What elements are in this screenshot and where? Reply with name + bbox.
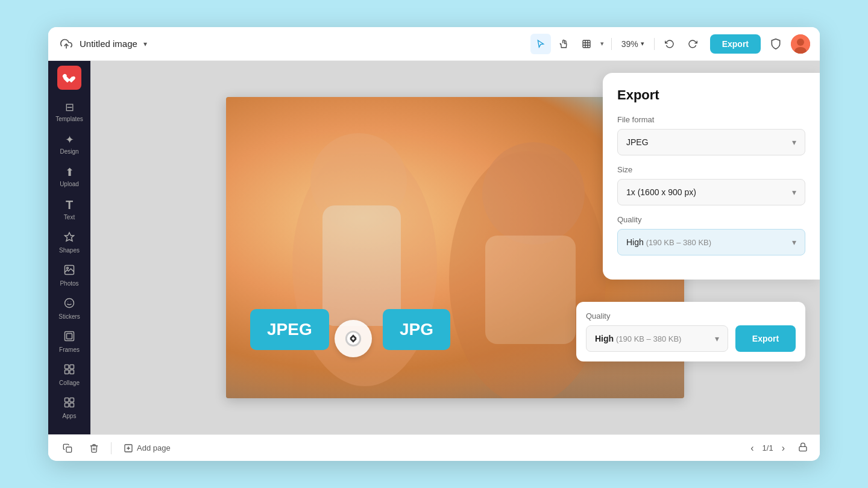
sidebar-label-photos: Photos: [60, 280, 78, 287]
next-page-button[interactable]: ›: [778, 442, 788, 455]
file-format-chevron: ▾: [792, 137, 796, 147]
sidebar-label-frames: Frames: [59, 346, 80, 353]
size-chevron: ▾: [792, 187, 796, 197]
sidebar-label-templates: Templates: [55, 116, 83, 122]
quality-chevron: ▾: [792, 237, 796, 247]
delete-button[interactable]: [84, 441, 104, 455]
sidebar-item-stickers[interactable]: Stickers: [51, 293, 87, 325]
prev-page-button[interactable]: ‹: [747, 442, 757, 455]
canvas-area: JPEG JPG Export File form: [90, 61, 820, 434]
svg-rect-12: [65, 370, 69, 374]
quality-select[interactable]: High (190 KB – 380 KB) ▾: [617, 229, 805, 255]
sidebar-label-upload: Upload: [60, 181, 79, 187]
undo-button[interactable]: [659, 34, 680, 54]
app-container: Untitled image ▾ ▾: [48, 27, 820, 461]
sidebar-item-design[interactable]: ✦ Design: [51, 128, 87, 160]
quality-range: (190 KB – 380 KB): [646, 238, 711, 247]
export-button[interactable]: Export: [710, 34, 761, 54]
stickers-icon: [64, 298, 75, 311]
sidebar-label-apps: Apps: [63, 413, 77, 419]
svg-rect-13: [70, 370, 74, 374]
file-format-label: File format: [617, 115, 805, 124]
sidebar-item-photos[interactable]: Photos: [51, 260, 87, 292]
sidebar-item-upload[interactable]: ⬆ Upload: [51, 161, 87, 192]
svg-rect-22: [322, 205, 401, 326]
zoom-selector[interactable]: 39% ▾: [617, 34, 649, 54]
svg-rect-25: [66, 447, 72, 452]
svg-point-24: [346, 331, 360, 345]
sidebar-label-collage: Collage: [59, 380, 80, 386]
cursor-tool-button[interactable]: [530, 34, 551, 54]
size-value: 1x (1600 x 900 px): [626, 187, 696, 197]
quality-dropdown-select[interactable]: High (190 KB – 380 KB) ▾: [586, 325, 728, 352]
lock-button[interactable]: [796, 440, 810, 457]
svg-point-6: [67, 267, 69, 269]
size-label: Size: [617, 165, 805, 174]
jpg-badge: JPG: [383, 309, 450, 350]
add-page-button[interactable]: Add page: [119, 441, 175, 455]
quality-dropdown-chevron: ▾: [715, 334, 719, 343]
bottom-bar: Add page ‹ 1/1 ›: [48, 434, 820, 461]
svg-rect-11: [70, 365, 74, 369]
photos-icon: [64, 264, 75, 278]
sidebar-item-text[interactable]: T Text: [51, 193, 87, 225]
app-logo[interactable]: [57, 66, 81, 90]
sidebar-item-templates[interactable]: ⊟ Templates: [51, 96, 87, 127]
export-panel-title: Export: [617, 87, 805, 103]
avatar[interactable]: [791, 34, 810, 54]
export-panel: Export File format JPEG ▾ Size 1x (1600 …: [603, 73, 820, 280]
sidebar-label-shapes: Shapes: [59, 247, 80, 254]
apps-icon: [64, 397, 75, 411]
convert-icon[interactable]: [335, 320, 372, 357]
frame-tool-button[interactable]: [576, 34, 597, 54]
sidebar-item-shapes[interactable]: Shapes: [51, 227, 87, 258]
file-name-chevron[interactable]: ▾: [143, 40, 147, 48]
hand-tool-button[interactable]: [553, 34, 574, 54]
svg-rect-1: [583, 40, 590, 48]
sidebar-item-collage[interactable]: Collage: [51, 359, 87, 391]
frames-icon: [64, 331, 75, 345]
svg-rect-14: [65, 398, 69, 402]
quality-select-row: High (190 KB – 380 KB) ▾ Export: [586, 325, 796, 352]
quality-value: High: [626, 237, 644, 247]
export-action-button[interactable]: Export: [735, 325, 796, 352]
main-layout: ⊟ Templates ✦ Design ⬆ Upload T Text: [48, 61, 820, 434]
bottom-divider: [111, 442, 112, 454]
svg-rect-29: [799, 446, 807, 451]
text-icon: T: [66, 198, 73, 212]
shield-button[interactable]: [766, 34, 786, 54]
header-right: Export: [710, 34, 810, 54]
collage-icon: [64, 364, 75, 378]
page-indicator: 1/1: [763, 443, 773, 452]
svg-rect-15: [70, 398, 74, 402]
sidebar-label-stickers: Stickers: [58, 313, 80, 320]
file-format-select[interactable]: JPEG ▾: [617, 129, 805, 155]
sidebar-item-frames[interactable]: Frames: [51, 326, 87, 358]
header-toolbar: ▾ 39% ▾: [530, 34, 703, 54]
sidebar-label-design: Design: [60, 148, 78, 155]
divider: [611, 38, 612, 50]
frame-tool-chevron[interactable]: ▾: [600, 40, 604, 48]
sidebar-item-apps[interactable]: Apps: [51, 392, 87, 424]
jpeg-badge: JPEG: [250, 309, 329, 350]
size-select[interactable]: 1x (1600 x 900 px) ▾: [617, 179, 805, 205]
header-left: Untitled image ▾: [58, 36, 523, 52]
sidebar: ⊟ Templates ✦ Design ⬆ Upload T Text: [48, 61, 90, 434]
quality-dropdown-value: High: [595, 334, 614, 343]
redo-button[interactable]: [682, 34, 703, 54]
svg-point-7: [65, 299, 74, 308]
svg-rect-23: [485, 236, 576, 344]
quality-dropdown-range: (190 KB – 380 KB): [616, 334, 681, 343]
zoom-chevron: ▾: [641, 40, 644, 48]
svg-point-3: [797, 39, 804, 46]
svg-rect-10: [65, 365, 69, 369]
file-format-value: JPEG: [626, 137, 649, 147]
svg-rect-9: [67, 334, 72, 339]
shapes-icon: [64, 231, 75, 245]
file-name: Untitled image: [80, 39, 137, 49]
upload-icon: ⬆: [65, 166, 74, 179]
header: Untitled image ▾ ▾: [48, 27, 820, 61]
upload-to-cloud-button[interactable]: [58, 36, 75, 52]
copy-button[interactable]: [58, 441, 77, 455]
quality-dropdown-label: Quality: [586, 311, 796, 321]
